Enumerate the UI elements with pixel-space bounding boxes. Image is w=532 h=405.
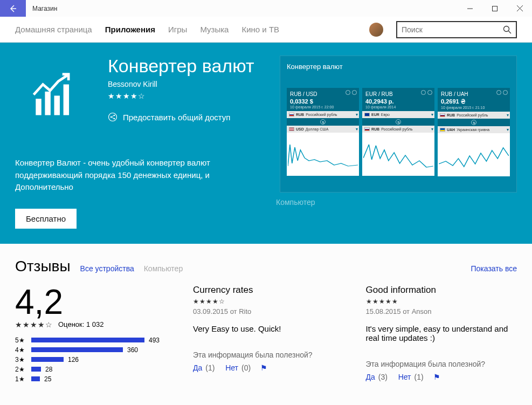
review-stars: ★★★★★ [366, 298, 517, 305]
helpful-yes[interactable]: Да [366, 373, 375, 381]
rating-bar-row: 3★126 [15, 356, 171, 363]
app-publisher[interactable]: Bessonov Kirill [108, 80, 254, 88]
app-icon [15, 56, 93, 133]
price-button[interactable]: Бесплатно [15, 209, 77, 229]
reviews-section: Отзывы Все устройства Компьютер Показать… [0, 244, 532, 399]
screenshot-title: Конвертер валют [287, 63, 510, 71]
helpful-no[interactable]: Нет [398, 373, 411, 381]
minimize-button[interactable] [458, 0, 482, 17]
navbar: Домашняя страница Приложения Игры Музыка… [0, 17, 532, 43]
arrow-left-icon [8, 4, 18, 13]
nav-games[interactable]: Игры [168, 25, 187, 34]
nav-apps[interactable]: Приложения [105, 25, 155, 34]
review-item: Good information★★★★★15.08.2015 от Anson… [366, 285, 517, 385]
share-button[interactable]: Предоставить общий доступ [108, 112, 254, 122]
screenshot-tile: RUB / UAH0,2691 ₴10 февраля 2015 г. 21:1… [438, 88, 510, 176]
close-button[interactable] [507, 0, 532, 17]
review-meta: 15.08.2015 от Anson [366, 307, 517, 315]
rating-bar-row: 5★493 [15, 337, 171, 344]
helpful-yes[interactable]: Да [193, 363, 202, 372]
svg-line-6 [509, 31, 512, 33]
rating-bar-row: 2★28 [15, 366, 171, 373]
rating-bar-row: 4★360 [15, 346, 171, 354]
avg-score: 4,2 [15, 285, 171, 319]
titlebar: Магазин [0, 0, 532, 17]
window-controls [458, 0, 532, 17]
helpful-question: Эта информация была полезной? [366, 360, 517, 368]
screenshot-tile: EUR / RUB40,2943 р.10 февраля 2014EUR Ев… [362, 88, 434, 176]
content-scroll[interactable]: Конвертер валют Bessonov Kirill ★★★★☆ Пр… [0, 43, 532, 405]
window-title: Магазин [32, 5, 57, 12]
nav-movies[interactable]: Кино и ТВ [241, 25, 279, 34]
helpful-question: Эта информация была полезной? [193, 351, 344, 359]
review-title: Currency rates [193, 285, 344, 296]
review-stars: ★★★★☆ [193, 298, 344, 305]
report-icon[interactable]: ⚑ [433, 373, 440, 381]
review-text: Very Easy to use. Quick! [193, 324, 344, 333]
svg-rect-10 [63, 84, 68, 115]
rating-bar-row: 1★25 [15, 375, 171, 383]
review-meta: 03.09.2015 от Rito [193, 307, 344, 315]
review-text: It's very simple, easy to understand and… [366, 324, 517, 342]
share-label: Предоставить общий доступ [123, 113, 230, 122]
app-description: Конвертер Валют - очень удобный конверте… [15, 157, 252, 194]
app-rating: ★★★★☆ [108, 92, 254, 100]
hero: Конвертер валют Bessonov Kirill ★★★★☆ Пр… [0, 43, 532, 244]
back-button[interactable] [0, 0, 26, 17]
app-title: Конвертер валют [108, 56, 254, 77]
svg-rect-9 [54, 95, 59, 115]
chart-icon [29, 69, 80, 120]
svg-rect-2 [493, 6, 498, 11]
search-icon [503, 25, 512, 34]
svg-line-16 [111, 117, 114, 119]
nav-music[interactable]: Музыка [200, 25, 229, 34]
review-title: Good information [366, 285, 517, 296]
svg-line-15 [111, 115, 114, 117]
filter-all-devices[interactable]: Все устройства [80, 264, 134, 273]
review-item: Currency rates★★★★☆03.09.2015 от RitoVer… [193, 285, 344, 385]
show-all-link[interactable]: Показать все [471, 264, 517, 273]
filter-pc[interactable]: Компьютер [144, 264, 183, 273]
svg-rect-7 [36, 99, 41, 115]
svg-rect-8 [45, 91, 50, 115]
search-box[interactable] [396, 21, 517, 38]
reviews-heading: Отзывы [15, 258, 71, 275]
svg-point-5 [504, 26, 509, 31]
maximize-button[interactable] [482, 0, 507, 17]
screenshot-caption: Компьютер [276, 198, 517, 207]
review-summary: 4,2 ★★★★☆ Оценок: 1 032 5★4934★3603★1262… [15, 285, 171, 385]
screenshot-tile: RUB / USD0,0332 $10 февраля 2015 г. 22:0… [287, 88, 359, 176]
screenshot[interactable]: Конвертер валют RUB / USD0,0332 $10 февр… [280, 56, 517, 193]
share-icon [108, 112, 118, 122]
avg-stars: ★★★★☆ [15, 320, 53, 329]
ratings-count: Оценок: 1 032 [58, 320, 104, 328]
svg-point-11 [109, 113, 117, 121]
helpful-no[interactable]: Нет [225, 363, 238, 372]
search-input[interactable] [402, 25, 503, 34]
nav-home[interactable]: Домашняя страница [15, 25, 92, 34]
user-avatar[interactable] [369, 23, 383, 37]
report-icon[interactable]: ⚑ [260, 363, 267, 372]
